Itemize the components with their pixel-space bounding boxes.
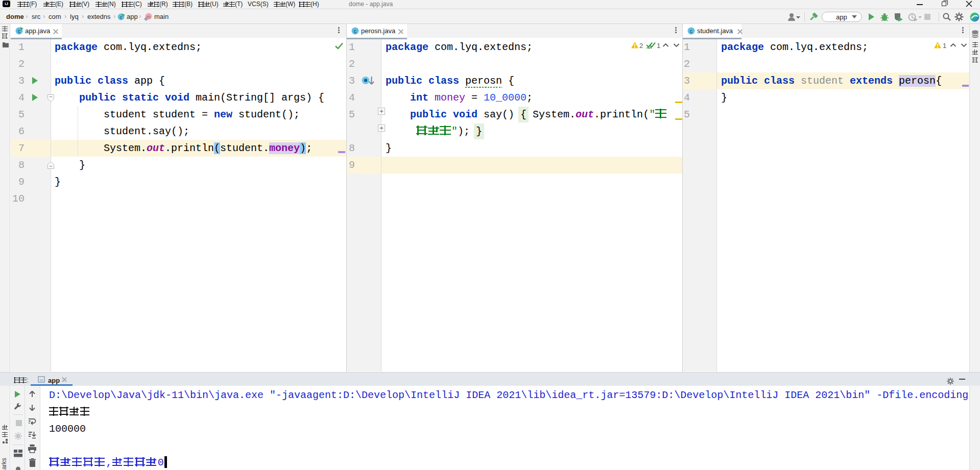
svg-text:c: c [690,29,692,34]
svg-text:c: c [18,29,20,34]
svg-text:c: c [354,29,356,34]
